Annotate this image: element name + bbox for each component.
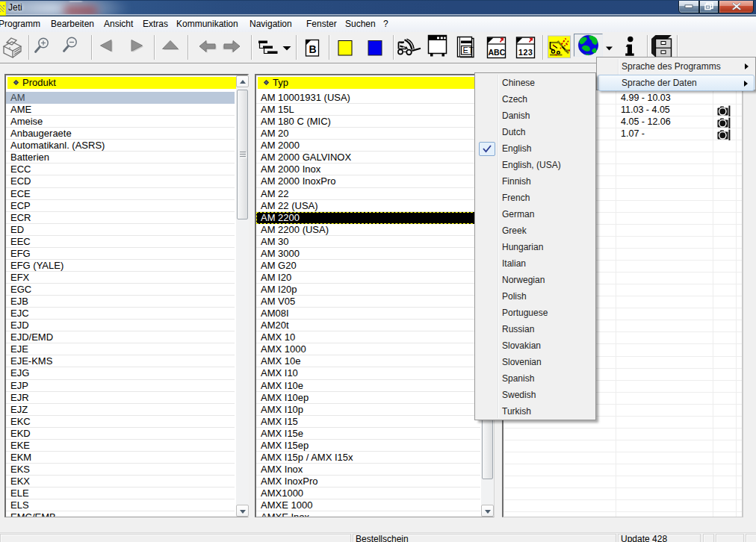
svg-text:ABC: ABC [489, 48, 506, 57]
svg-text:ET: ET [463, 46, 474, 54]
svg-text:B: B [309, 43, 317, 55]
svg-text:123: 123 [518, 48, 533, 57]
